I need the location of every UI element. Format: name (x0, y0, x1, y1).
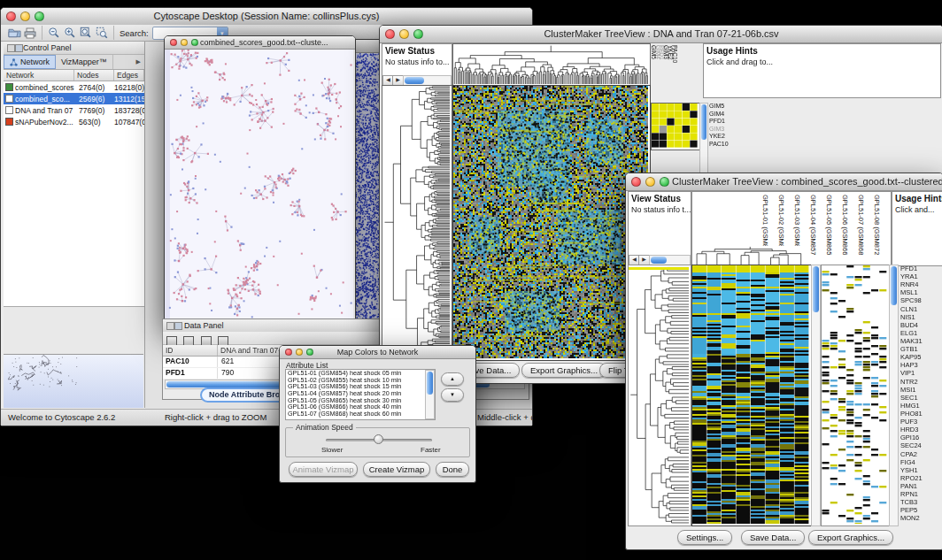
column-network[interactable]: Network (4, 70, 74, 81)
zoom-in-icon[interactable] (62, 26, 78, 41)
network-list-row[interactable]: combined_sco...2569(6)13112(15) (4, 93, 144, 104)
panel-dock-icon[interactable] (174, 322, 182, 330)
minimize-icon[interactable] (20, 12, 30, 21)
create-vizmap-button[interactable]: Create Vizmap (363, 462, 430, 477)
close-icon[interactable] (385, 29, 395, 39)
attribute-list-item[interactable]: GPL51-07 (GSM868) heat shock 60 min (286, 410, 427, 418)
save-data-button[interactable]: Save Data... (741, 530, 805, 545)
export-graphics-button[interactable]: Export Graphics... (521, 363, 606, 378)
network-list-row[interactable]: combined_scores2764(0)16218(0) (4, 81, 144, 93)
network-list-row[interactable]: DNA and Tran 077769(0)183728(0) (4, 104, 144, 116)
close-icon[interactable] (631, 177, 641, 187)
settings-button[interactable]: Settings... (677, 530, 732, 545)
zoom-heatmap-vscroll[interactable] (889, 265, 899, 526)
desktop: Cytoscape Desktop (Session Name: collins… (0, 0, 942, 560)
treeview-scores-titlebar[interactable]: ClusterMaker TreeView : combined_scores_… (626, 173, 942, 191)
open-folder-icon[interactable] (6, 26, 22, 41)
minimize-icon[interactable] (645, 177, 655, 187)
map-colors-dialog[interactable]: Map Colors to Network Attribute List GPL… (279, 345, 476, 483)
attribute-list[interactable]: GPL51-01 (GSM854) heat shock 05 minGPL51… (285, 369, 436, 420)
minimize-icon[interactable] (399, 29, 409, 39)
gene-label: SEC1 (900, 394, 941, 402)
network-table-header: Network Nodes Edges (4, 70, 144, 81)
minimize-icon[interactable] (296, 349, 303, 356)
zoom-heatmap-panel[interactable] (651, 103, 700, 150)
attribute-list-vscroll[interactable] (425, 370, 435, 419)
tab-vizmapper[interactable]: VizMapper™ (56, 55, 113, 69)
tab-overflow-icon[interactable]: ▶ (133, 55, 144, 69)
treeview-scores-title: ClusterMaker TreeView : combined_scores_… (626, 173, 942, 190)
move-down-button[interactable]: ▼ (441, 388, 464, 402)
attribute-list-item[interactable]: GPL51-02 (GSM855) heat shock 10 min (286, 377, 427, 384)
close-icon[interactable] (6, 12, 16, 21)
zoom-row-label: GIM5 (709, 103, 745, 111)
export-graphics-button[interactable]: Export Graphics... (808, 530, 893, 545)
network-window-titlebar[interactable]: combined_scores_good.txt--cluste... (165, 36, 355, 50)
zoom-out-icon[interactable] (46, 26, 62, 41)
gene-label: CLN1 (900, 305, 941, 313)
attribute-list-item[interactable]: GPL51-01 (GSM854) heat shock 05 min (286, 370, 427, 377)
doc-icon (5, 106, 13, 114)
animate-vizmap-button[interactable]: Animate Vizmap (289, 462, 358, 477)
gene-label: MAK31 (900, 337, 941, 345)
global-heatmap-panel[interactable] (452, 85, 651, 361)
global-heatmap-panel[interactable] (691, 265, 812, 526)
maximize-icon[interactable] (191, 39, 198, 46)
main-window-title: Cytoscape Desktop (Session Name: collins… (1, 8, 532, 25)
zoom-fit-icon[interactable] (78, 26, 94, 41)
array-column-label: GPL51-07 (GSM868 (857, 195, 865, 255)
array-column-label: GPL51-05 (GSM865 (825, 195, 833, 255)
view-status-panel: View Status No status info t... ◀ ▶ (628, 191, 691, 266)
close-icon[interactable] (170, 39, 177, 46)
view-status-title: View Status (631, 194, 691, 203)
tab-network[interactable]: Network (4, 55, 56, 69)
column-edges[interactable]: Edges (114, 70, 144, 81)
zoom-row-label: GIM4 (709, 111, 745, 119)
create-vizmap-label: Create Vizmap (369, 464, 425, 474)
column-dendrogram-panel[interactable] (452, 43, 651, 87)
control-panel-header[interactable]: Control Panel (4, 42, 144, 55)
printer-icon[interactable] (22, 26, 38, 41)
gene-label: PFD1 (900, 265, 941, 272)
row-dendrogram-panel[interactable] (382, 85, 452, 361)
close-icon[interactable] (285, 349, 292, 356)
zoom-row-labels: GIM5GIM4PFD1GIM3YKE2PAC10 (709, 103, 745, 150)
attribute-list-item[interactable]: GPL51-05 (GSM865) heat shock 30 min (286, 397, 427, 404)
column-nodes[interactable]: Nodes (74, 70, 114, 81)
slider-thumb[interactable] (374, 434, 383, 444)
panel-dock-icon[interactable] (15, 44, 23, 52)
status-pan-hint: Middle-click + drag to PAN (477, 412, 532, 422)
dialog-titlebar[interactable]: Map Colors to Network (280, 346, 475, 359)
maximize-icon[interactable] (660, 177, 669, 187)
gene-label: NIS1 (900, 313, 941, 321)
maximize-icon[interactable] (306, 349, 313, 356)
minimize-icon[interactable] (181, 39, 188, 46)
export-graphics-label: Export Graphics... (817, 533, 884, 542)
maximize-icon[interactable] (35, 12, 44, 21)
usage-hints-text: Click and... (895, 205, 942, 214)
gene-label: YSH1 (900, 466, 941, 474)
treeview-scores-window[interactable]: ClusterMaker TreeView : combined_scores_… (625, 173, 942, 550)
column-dendrogram[interactable] (692, 246, 807, 265)
network-overview-canvas[interactable] (4, 355, 143, 408)
done-button[interactable]: Done (436, 462, 469, 477)
network-list-row[interactable]: sNAPuberNov2...563(0)107847(0) (4, 116, 144, 127)
gene-label: SEC24 (900, 441, 941, 449)
main-titlebar[interactable]: Cytoscape Desktop (Session Name: collins… (1, 8, 532, 26)
network-canvas[interactable] (165, 50, 353, 324)
global-heatmap-vscroll[interactable] (811, 265, 821, 526)
panel-float-icon[interactable] (166, 322, 174, 330)
attribute-list-item[interactable]: GPL51-03 (GSM856) heat shock 15 min (286, 383, 427, 390)
maximize-icon[interactable] (413, 29, 423, 39)
zoom-heatmap-panel[interactable] (821, 265, 890, 526)
attribute-list-item[interactable]: GPL51-04 (GSM857) heat shock 20 min (286, 390, 427, 397)
usage-hints-title: Usage Hints (895, 194, 942, 203)
column-id[interactable]: ID (163, 345, 218, 356)
row-dendrogram-panel[interactable] (628, 265, 691, 526)
zoom-region-icon[interactable] (94, 26, 110, 41)
treeview-dna-titlebar[interactable]: ClusterMaker TreeView : DNA and Tran 07-… (380, 26, 942, 43)
network-view-window[interactable]: combined_scores_good.txt--cluste... (164, 35, 356, 326)
move-up-button[interactable]: ▲ (441, 372, 464, 386)
panel-float-icon[interactable] (7, 44, 15, 52)
attribute-list-item[interactable]: GPL51-06 (GSM866) heat shock 40 min (286, 403, 427, 410)
